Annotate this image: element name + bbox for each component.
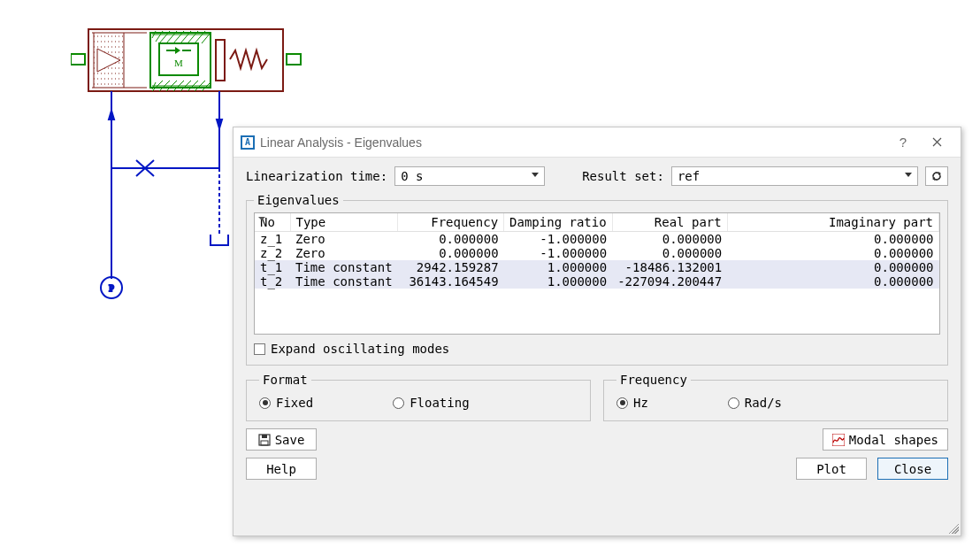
result-set-value: ref [678, 169, 700, 183]
window-title: Linear Analysis - Eigenvalues [260, 135, 886, 150]
svg-text:M: M [174, 58, 183, 68]
frequency-hz-label: Hz [633, 396, 648, 410]
save-label: Save [275, 433, 305, 447]
eigenvalues-group: Eigenvalues No Type Frequency Damping ra… [246, 193, 948, 366]
col-real[interactable]: Real part [612, 213, 727, 232]
checkbox-icon [254, 343, 265, 355]
top-controls-row: Linearization time: 0 s Result set: ref [246, 166, 948, 186]
radio-icon [728, 397, 739, 409]
format-fixed-label: Fixed [276, 396, 313, 410]
col-damping[interactable]: Damping ratio [504, 213, 613, 232]
frequency-rads-label: Rad/s [745, 396, 782, 410]
frequency-legend: Frequency [616, 373, 691, 387]
frequency-hz-radio[interactable]: Hz [616, 396, 648, 410]
svg-rect-1 [71, 54, 85, 65]
titlebar: A Linear Analysis - Eigenvalues ? [234, 127, 961, 158]
format-group: Format Fixed Floating [246, 373, 591, 421]
modal-shapes-button[interactable]: Modal shapes [823, 428, 948, 451]
refresh-button[interactable] [925, 166, 948, 186]
waveform-icon [832, 434, 845, 446]
format-floating-radio[interactable]: Floating [393, 396, 469, 410]
linear-analysis-dialog: A Linear Analysis - Eigenvalues ? Linear… [233, 127, 961, 536]
expand-modes-label: Expand oscillating modes [271, 342, 449, 356]
radio-icon [259, 397, 271, 409]
table-row[interactable]: z_2Zero0.000000-1.0000000.0000000.000000 [255, 246, 939, 260]
plot-label: Plot [816, 462, 846, 476]
col-no[interactable]: No [255, 213, 290, 232]
format-floating-label: Floating [410, 396, 469, 410]
frequency-rads-radio[interactable]: Rad/s [728, 396, 782, 410]
svg-rect-12 [216, 40, 225, 81]
svg-marker-21 [217, 119, 222, 128]
eigenvalues-legend: Eigenvalues [254, 193, 343, 207]
col-type[interactable]: Type [290, 213, 398, 232]
svg-rect-4 [159, 43, 198, 75]
svg-marker-20 [109, 111, 114, 119]
svg-rect-2 [287, 54, 301, 65]
linearization-time-value: 0 s [401, 169, 423, 183]
svg-rect-0 [88, 29, 283, 91]
format-fixed-radio[interactable]: Fixed [259, 396, 313, 410]
linearization-time-label: Linearization time: [246, 169, 387, 183]
chevron-down-icon [532, 173, 539, 177]
close-button[interactable]: Close [877, 458, 948, 480]
app-icon: A [241, 135, 255, 150]
svg-marker-8 [175, 47, 180, 54]
floppy-icon [258, 434, 271, 446]
help-button[interactable]: Help [246, 458, 317, 480]
col-imag[interactable]: Imaginary part [727, 213, 938, 232]
result-set-label: Result set: [582, 169, 664, 183]
col-frequency[interactable]: Frequency [398, 213, 504, 232]
chevron-down-icon [905, 173, 912, 177]
radio-icon [616, 397, 628, 409]
svg-rect-26 [261, 441, 268, 445]
plot-button[interactable]: Plot [796, 458, 867, 480]
expand-modes-checkbox[interactable]: Expand oscillating modes [254, 340, 940, 358]
eigenvalues-table-wrap[interactable]: No Type Frequency Damping ratio Real par… [254, 212, 940, 335]
svg-marker-11 [97, 49, 120, 72]
linearization-time-combo[interactable]: 0 s [394, 166, 545, 186]
close-label: Close [894, 462, 931, 476]
help-button[interactable]: ? [886, 127, 920, 157]
modal-shapes-label: Modal shapes [849, 433, 938, 447]
help-label: Help [266, 462, 296, 476]
svg-rect-25 [262, 435, 267, 438]
resize-grip[interactable] [946, 521, 959, 534]
close-icon[interactable] [920, 127, 953, 157]
svg-point-18 [101, 277, 122, 298]
svg-text:P: P [109, 283, 114, 293]
table-row[interactable]: t_2Time constant36143.1645491.000000-227… [255, 274, 939, 289]
table-row[interactable]: z_1Zero0.000000-1.0000000.0000000.000000 [255, 232, 939, 247]
svg-rect-3 [150, 33, 211, 88]
save-button[interactable]: Save [246, 428, 317, 451]
table-row[interactable]: t_1Time constant2942.1592871.000000-1848… [255, 260, 939, 274]
result-set-combo[interactable]: ref [671, 166, 918, 186]
format-legend: Format [259, 373, 311, 387]
eigenvalues-table: No Type Frequency Damping ratio Real par… [255, 213, 939, 289]
radio-icon [393, 397, 404, 409]
frequency-group: Frequency Hz Rad/s [603, 373, 948, 421]
